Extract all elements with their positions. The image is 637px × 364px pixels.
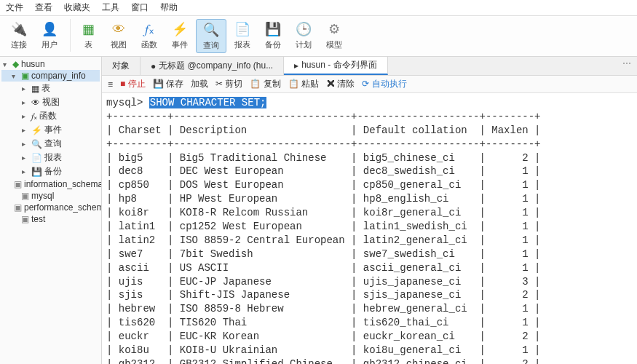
database-icon: ▣: [21, 214, 29, 224]
table-row: | ujis | EUC-JP Japanese | ujis_japanese…: [106, 275, 633, 289]
tree-sysdb-performance_schema[interactable]: ▣ performance_schema: [1, 202, 100, 213]
table-row: | euckr | EUC-KR Korean | euckr_korean_c…: [106, 330, 633, 344]
menu-文件[interactable]: 文件: [6, 1, 23, 14]
copy-button[interactable]: 📋 复制: [250, 78, 280, 90]
folder-icon: 𝑓ₓ: [31, 111, 37, 122]
menubar: 文件查看收藏夹工具窗口帮助: [0, 0, 637, 16]
tab-无标题 @company_info (hu...[interactable]: ● 无标题 @company_info (hu...: [141, 57, 284, 75]
folder-icon: ▦: [31, 84, 39, 94]
toolbar-label: 表: [84, 39, 92, 50]
toolbar-connect-button[interactable]: 🔌连接: [4, 19, 33, 52]
toolbar-report-button[interactable]: 📄报表: [228, 19, 257, 53]
terminal-output[interactable]: mysql> SHOW CHARACTER SET;+---------+---…: [102, 93, 637, 364]
table-row: | dec8 | DEC West European | dec8_swedis…: [106, 165, 633, 178]
folder-icon: 💾: [31, 167, 42, 177]
toolbar-function-button[interactable]: 𝑓ₓ函数: [135, 19, 164, 53]
table-row: | koi8u | KOI8-U Ukrainian | koi8u_gener…: [106, 344, 633, 357]
tab-overflow[interactable]: ⋯: [617, 57, 637, 75]
table-border: +---------+-----------------------------…: [106, 138, 633, 151]
menu-button[interactable]: ≡: [108, 79, 113, 90]
menu-查看[interactable]: 查看: [35, 1, 52, 14]
table-row: | latin1 | cp1252 West European | latin1…: [106, 220, 633, 234]
table-row: | latin2 | ISO 8859-2 Central European |…: [106, 234, 633, 248]
event-icon: ⚡: [171, 20, 189, 38]
toolbar-label: 备份: [265, 39, 281, 50]
folder-icon: 👁: [31, 98, 40, 108]
clear-button[interactable]: 🗙 清除: [326, 78, 355, 90]
tab-bar: 对象● 无标题 @company_info (hu...▸ husun - 命令…: [102, 57, 637, 76]
toolbar-label: 模型: [326, 39, 342, 50]
toolbar-event-button[interactable]: ⚡事件: [165, 19, 194, 53]
tree-folder-报表[interactable]: ▸📄 报表: [1, 151, 100, 165]
toolbar-label: 查询: [203, 40, 219, 51]
tab-husun - 命令列界面[interactable]: ▸ husun - 命令列界面: [284, 57, 387, 75]
toolbar-model-button[interactable]: ⚙模型: [320, 19, 349, 53]
table-row: | gb2312 | GB2312 Simplified Chinese | g…: [106, 357, 633, 364]
tree-folder-事件[interactable]: ▸⚡ 事件: [1, 123, 100, 137]
tab-icon: ▸: [294, 60, 298, 71]
toolbar-label: 连接: [11, 39, 27, 50]
tree-folder-视图[interactable]: ▸👁 视图: [1, 95, 100, 109]
table-row: | koi8r | KOI8-R Relcom Russian | koi8r_…: [106, 206, 633, 220]
toolbar-label: 视图: [111, 39, 127, 50]
query-toolbar: ≡ ■ 停止 💾 保存 加载 ✂ 剪切 📋 复制 📋 粘贴 🗙 清除 ⟳ 自动执…: [102, 76, 637, 93]
tree-folder-函数[interactable]: ▸𝑓ₓ 函数: [1, 109, 100, 123]
tree-database[interactable]: ▾▣ company_info: [1, 70, 100, 82]
database-icon: ▣: [21, 71, 29, 81]
menu-帮助[interactable]: 帮助: [160, 1, 178, 14]
tree-folder-备份[interactable]: ▸💾 备份: [1, 165, 100, 178]
query-icon: 🔍: [202, 21, 220, 39]
toolbar-label: 函数: [141, 39, 157, 50]
database-icon: ▣: [14, 179, 22, 189]
table-row: | ascii | US ASCII | ascii_general_ci | …: [106, 261, 633, 275]
menu-收藏夹[interactable]: 收藏夹: [64, 1, 90, 14]
tree-server[interactable]: ▾◆ husun: [1, 58, 100, 70]
save-button[interactable]: 💾 保存: [153, 78, 183, 90]
paste-button[interactable]: 📋 粘贴: [288, 78, 319, 90]
report-icon: 📄: [234, 20, 251, 38]
tree-folder-查询[interactable]: ▸🔍 查询: [1, 137, 100, 151]
table-icon: ▦: [79, 20, 97, 38]
tree-sysdb-test[interactable]: ▣ test: [1, 213, 100, 225]
toolbar-group-connection: 🔌连接👤用户: [4, 19, 71, 52]
toolbar-query-button[interactable]: 🔍查询: [196, 19, 226, 53]
tab-对象[interactable]: 对象: [102, 57, 141, 75]
table-header: | Charset | Description | Default collat…: [106, 124, 633, 138]
user-icon: 👤: [41, 20, 58, 38]
tree-sysdb-mysql[interactable]: ▣ mysql: [1, 190, 100, 202]
view-icon: 👁: [110, 20, 127, 38]
table-row: | cp850 | DOS West European | cp850_gene…: [106, 178, 633, 192]
sql-command: SHOW CHARACTER SET;: [149, 97, 267, 108]
table-row: | hebrew | ISO 8859-8 Hebrew | hebrew_ge…: [106, 302, 633, 316]
database-icon: ▣: [14, 202, 22, 213]
tree-sysdb-information_schema[interactable]: ▣ information_schema: [1, 178, 100, 190]
table-row: | tis620 | TIS620 Thai | tis620_thai_ci …: [106, 316, 633, 330]
sidebar-tree[interactable]: ▾◆ husun▾▣ company_info▸▦ 表▸👁 视图▸𝑓ₓ 函数▸⚡…: [0, 57, 102, 364]
toolbar-schedule-button[interactable]: 🕒计划: [289, 19, 318, 53]
folder-icon: 📄: [31, 153, 42, 163]
table-row: | swe7 | 7bit Swedish | swe7_swedish_ci …: [106, 248, 633, 261]
table-row: | big5 | Big5 Traditional Chinese | big5…: [106, 151, 633, 165]
schedule-icon: 🕒: [295, 20, 312, 38]
toolbar-table-button[interactable]: ▦表: [74, 19, 103, 53]
autorun-button[interactable]: ⟳ 自动执行: [362, 78, 406, 90]
toolbar-user-button[interactable]: 👤用户: [35, 19, 64, 52]
stop-button[interactable]: ■ 停止: [120, 78, 146, 90]
tree-folder-表[interactable]: ▸▦ 表: [1, 82, 100, 95]
toolbar-label: 计划: [296, 39, 312, 50]
table-border: +---------+-----------------------------…: [106, 110, 633, 124]
tab-icon: ●: [151, 61, 156, 71]
menu-窗口[interactable]: 窗口: [131, 1, 149, 14]
sql-prompt: mysql> SHOW CHARACTER SET;: [106, 96, 633, 110]
folder-icon: ⚡: [31, 125, 42, 135]
backup-icon: 💾: [264, 20, 282, 38]
database-icon: ▣: [21, 191, 29, 201]
load-button[interactable]: 加载: [191, 78, 208, 90]
menu-工具[interactable]: 工具: [102, 1, 119, 14]
toolbar-label: 报表: [234, 39, 250, 50]
cut-button[interactable]: ✂ 剪切: [215, 78, 242, 90]
toolbar-backup-button[interactable]: 💾备份: [258, 19, 288, 53]
function-icon: 𝑓ₓ: [141, 20, 158, 38]
toolbar-view-button[interactable]: 👁视图: [104, 19, 133, 53]
toolbar-label: 用户: [41, 39, 58, 50]
